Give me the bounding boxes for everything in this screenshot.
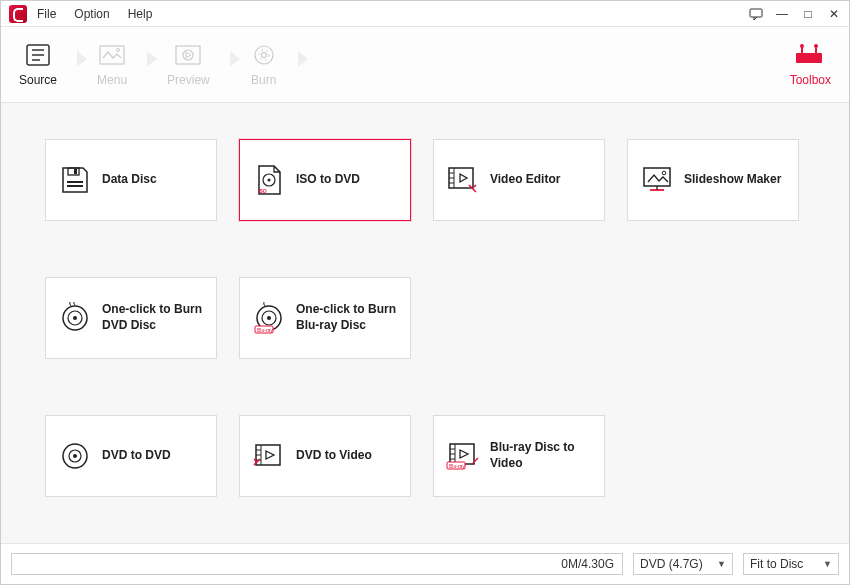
iso-file-icon: ISO bbox=[252, 163, 286, 197]
svg-rect-5 bbox=[100, 46, 124, 64]
window-controls: — □ ✕ bbox=[749, 7, 841, 21]
progress-text: 0M/4.30G bbox=[561, 557, 614, 571]
fit-value: Fit to Disc bbox=[750, 557, 803, 571]
bluray-burn-icon: Blu-ray bbox=[252, 301, 286, 335]
tile-label: Video Editor bbox=[490, 172, 560, 188]
burn-step-icon bbox=[250, 43, 278, 67]
floppy-disk-icon bbox=[58, 163, 92, 197]
progress-display: 0M/4.30G bbox=[11, 553, 623, 575]
svg-text:Blu-ray: Blu-ray bbox=[449, 463, 465, 469]
tile-label: Data Disc bbox=[102, 172, 157, 188]
close-button[interactable]: ✕ bbox=[827, 7, 841, 21]
dvd-to-video-icon bbox=[252, 439, 286, 473]
disc-icon bbox=[58, 439, 92, 473]
tile-data-disc[interactable]: Data Disc bbox=[45, 139, 217, 221]
step-menu[interactable]: Menu bbox=[97, 43, 127, 87]
source-step-icon bbox=[24, 43, 52, 67]
tile-slideshow-maker[interactable]: Slideshow Maker bbox=[627, 139, 799, 221]
feedback-icon[interactable] bbox=[749, 7, 763, 21]
disc-burn-icon bbox=[58, 301, 92, 335]
bottom-bar: 0M/4.30G DVD (4.7G) ▼ Fit to Disc ▼ bbox=[1, 543, 849, 583]
step-source[interactable]: Source bbox=[19, 43, 57, 87]
svg-rect-17 bbox=[68, 168, 79, 175]
svg-rect-20 bbox=[67, 185, 83, 187]
title-bar: File Option Help — □ ✕ bbox=[1, 1, 849, 27]
tile-label: Blu-ray Disc to Video bbox=[490, 440, 592, 471]
minimize-button[interactable]: — bbox=[775, 7, 789, 21]
menu-help[interactable]: Help bbox=[128, 7, 153, 21]
svg-rect-12 bbox=[796, 53, 822, 63]
step-source-label: Source bbox=[19, 73, 57, 87]
svg-rect-0 bbox=[750, 9, 762, 17]
slideshow-icon bbox=[640, 163, 674, 197]
dropdown-caret-icon: ▼ bbox=[717, 559, 726, 569]
step-preview-label: Preview bbox=[167, 73, 210, 87]
svg-point-30 bbox=[662, 171, 666, 175]
svg-point-35 bbox=[73, 316, 77, 320]
toolbox-icon bbox=[794, 43, 826, 67]
tile-iso-to-dvd[interactable]: ISO ISO to DVD bbox=[239, 139, 411, 221]
step-burn-label: Burn bbox=[251, 73, 276, 87]
toolbox-button[interactable]: Toolbox bbox=[790, 43, 831, 87]
toolbox-label: Toolbox bbox=[790, 73, 831, 87]
step-menu-label: Menu bbox=[97, 73, 127, 87]
menu-bar: File Option Help bbox=[37, 7, 152, 21]
tile-label: ISO to DVD bbox=[296, 172, 360, 188]
svg-point-38 bbox=[267, 316, 271, 320]
svg-point-16 bbox=[814, 44, 818, 48]
dropdown-caret-icon: ▼ bbox=[823, 559, 832, 569]
svg-point-6 bbox=[117, 48, 120, 51]
svg-point-11 bbox=[259, 50, 269, 60]
svg-point-43 bbox=[73, 454, 77, 458]
svg-rect-7 bbox=[176, 46, 200, 64]
tile-label: One-click to Burn Blu-ray Disc bbox=[296, 302, 398, 333]
tile-label: One-click to Burn DVD Disc bbox=[102, 302, 204, 333]
tile-dvd-to-video[interactable]: DVD to Video bbox=[239, 415, 411, 497]
video-editor-icon bbox=[446, 163, 480, 197]
tile-video-editor[interactable]: Video Editor bbox=[433, 139, 605, 221]
svg-point-9 bbox=[255, 46, 273, 64]
tile-bluray-to-video[interactable]: Blu-ray Blu-ray Disc to Video bbox=[433, 415, 605, 497]
menu-file[interactable]: File bbox=[37, 7, 56, 21]
svg-point-15 bbox=[800, 44, 804, 48]
tile-label: DVD to DVD bbox=[102, 448, 171, 464]
svg-rect-18 bbox=[74, 169, 77, 174]
step-header: Source Menu Preview Burn Toolbox bbox=[1, 27, 849, 103]
svg-point-22 bbox=[268, 179, 271, 182]
svg-text:Blu-ray: Blu-ray bbox=[257, 327, 273, 333]
maximize-button[interactable]: □ bbox=[801, 7, 815, 21]
disc-type-value: DVD (4.7G) bbox=[640, 557, 703, 571]
step-burn[interactable]: Burn bbox=[250, 43, 278, 87]
menu-step-icon bbox=[98, 43, 126, 67]
tile-label: Slideshow Maker bbox=[684, 172, 781, 188]
svg-point-10 bbox=[261, 52, 266, 57]
tile-one-click-dvd[interactable]: One-click to Burn DVD Disc bbox=[45, 277, 217, 359]
app-logo-icon bbox=[9, 5, 27, 23]
disc-type-select[interactable]: DVD (4.7G) ▼ bbox=[633, 553, 733, 575]
tile-label: DVD to Video bbox=[296, 448, 372, 464]
svg-rect-19 bbox=[67, 181, 83, 183]
tile-dvd-to-dvd[interactable]: DVD to DVD bbox=[45, 415, 217, 497]
svg-text:ISO: ISO bbox=[258, 188, 267, 194]
bluray-to-video-icon: Blu-ray bbox=[446, 439, 480, 473]
svg-rect-29 bbox=[644, 168, 670, 186]
fit-select[interactable]: Fit to Disc ▼ bbox=[743, 553, 839, 575]
step-preview[interactable]: Preview bbox=[167, 43, 210, 87]
main-area: Data Disc ISO ISO to DVD Video Editor Sl… bbox=[1, 103, 849, 543]
tile-one-click-bluray[interactable]: Blu-ray One-click to Burn Blu-ray Disc bbox=[239, 277, 411, 359]
menu-option[interactable]: Option bbox=[74, 7, 109, 21]
preview-step-icon bbox=[174, 43, 202, 67]
